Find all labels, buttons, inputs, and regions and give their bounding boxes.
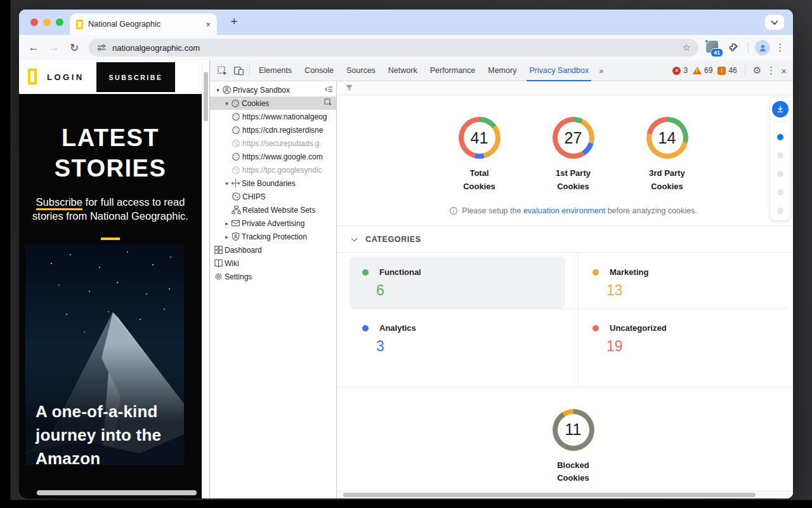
page-horizontal-scrollbar[interactable] [37, 490, 197, 495]
profile-avatar[interactable] [755, 40, 770, 55]
page-vertical-scrollbar-thumb[interactable] [204, 72, 208, 121]
tree-item-wiki[interactable]: Wiki [210, 257, 336, 270]
donut-total-cookies: 41TotalCookies [450, 117, 509, 194]
rail-page-dot-0[interactable] [777, 134, 783, 140]
browser-tab[interactable]: National Geographic × [70, 13, 217, 35]
cookie-icon [232, 152, 242, 162]
privacy-sandbox-icon [222, 85, 233, 95]
fullscreen-window-button[interactable] [56, 18, 63, 26]
extensions-puzzle-button[interactable] [725, 39, 742, 56]
tree-expand-arrow-right[interactable]: ▸ [223, 220, 231, 227]
bookmark-star-icon[interactable]: ☆ [683, 42, 691, 53]
category-card-functional[interactable]: Functional6 [350, 257, 565, 309]
categories-header[interactable]: CATEGORIES [352, 234, 793, 244]
devtools-tab-privacy-sandbox[interactable]: Privacy Sandbox [523, 60, 595, 81]
story-card[interactable]: A one-of-a-kind journey into the Amazon [25, 244, 184, 465]
natgeo-favicon-icon [76, 20, 83, 29]
tab-search-button[interactable] [765, 15, 784, 30]
tree-item-tracking-protection[interactable]: ▸Tracking Protection [210, 230, 336, 243]
tree-item-settings[interactable]: Settings [210, 270, 336, 283]
category-name: Uncategorized [610, 323, 667, 333]
donut-label: TotalCookies [450, 167, 509, 194]
device-toolbar-button[interactable] [230, 62, 247, 79]
collapse-panel-icon[interactable] [324, 84, 334, 95]
devtools-close-button[interactable]: × [781, 65, 787, 76]
forward-button[interactable]: → [46, 39, 62, 56]
categories-row-divider [350, 309, 788, 309]
new-tab-button[interactable]: + [226, 15, 242, 29]
rail-page-dot-2[interactable] [777, 171, 783, 177]
tree-item-related-website-sets[interactable]: Related Website Sets [210, 203, 336, 217]
download-report-button[interactable] [772, 101, 789, 117]
donut-ring: 14 [646, 117, 688, 159]
devtools-tab-elements[interactable]: Elements [252, 60, 298, 81]
devtools-tab-console[interactable]: Console [298, 60, 340, 81]
category-card-uncategorized[interactable]: Uncategorized19 [578, 312, 781, 364]
evaluation-environment-link[interactable]: evaluation environment [523, 206, 605, 215]
back-button[interactable]: ← [25, 39, 42, 56]
tree-item-label: https://cdn.registerdisne [242, 126, 323, 135]
tree-item-https-tpc-googlesyndic[interactable]: https://tpc.googlesyndic [210, 163, 336, 177]
devtools-tab-performance[interactable]: Performance [424, 60, 482, 81]
inspect-element-button[interactable] [214, 62, 230, 79]
tree-item-private-advertising[interactable]: ▸Private Advertising [210, 217, 336, 230]
site-viewport: LOGIN SUBSCRIBE LATEST STORIES Subscribe… [19, 60, 209, 498]
subscribe-button[interactable]: SUBSCRIBE [96, 62, 175, 92]
tree-expand-arrow-down[interactable]: ▾ [223, 100, 231, 107]
natgeo-logo-icon[interactable] [28, 69, 37, 84]
category-dot [593, 269, 599, 276]
categories-grid: Functional6Marketing13Analytics3Uncatego… [337, 253, 793, 387]
devtools-hscrollbar-thumb[interactable] [343, 493, 756, 497]
tab-close-icon[interactable]: × [206, 20, 211, 29]
devtools-hscrollbar-track[interactable] [337, 491, 793, 498]
site-settings-icon[interactable] [96, 43, 107, 53]
devtools-tab-sources[interactable]: Sources [340, 60, 382, 81]
tree-item-site-boundaries[interactable]: ▾Site Boundaries [210, 177, 336, 190]
issues-counter[interactable]: ! 46 [717, 66, 737, 75]
devtools-tab-memory[interactable]: Memory [481, 60, 523, 81]
page-scrollbar-track[interactable] [202, 60, 209, 498]
tree-item-https-cdn-registerdisne[interactable]: https://cdn.registerdisne [210, 123, 336, 137]
rail-page-dot-1[interactable] [777, 152, 783, 159]
tree-item-https-www-google-com[interactable]: https://www.google.com [210, 150, 336, 163]
category-dot [593, 325, 599, 331]
reload-button[interactable]: ↻ [66, 39, 82, 56]
rail-page-dot-4[interactable] [777, 208, 783, 214]
cookie-icon [232, 165, 242, 175]
window-content: LOGIN SUBSCRIBE LATEST STORIES Subscribe… [19, 60, 793, 498]
devtools-menu-button[interactable]: ⋮ [766, 65, 776, 76]
category-card-marketing[interactable]: Marketing13 [578, 257, 781, 309]
tree-expand-arrow-down[interactable]: ▾ [214, 87, 222, 93]
tree-item-chips[interactable]: CHIPS [210, 190, 336, 203]
tree-item-https-securepubads-g[interactable]: https://securepubads.g. [210, 137, 336, 150]
story-title-line1: A one-of-a-kind [36, 400, 161, 424]
minimize-window-button[interactable] [43, 18, 51, 26]
filter-funnel-icon[interactable] [344, 83, 354, 93]
donut-ring: 11 [553, 409, 594, 451]
issues-count: 46 [728, 66, 737, 75]
close-window-button[interactable] [30, 18, 38, 26]
console-warnings[interactable]: 69 [693, 66, 712, 75]
subscribe-link[interactable]: Subscribe [36, 196, 82, 210]
browser-menu-button[interactable]: ⋮ [774, 42, 787, 53]
tree-expand-arrow-right[interactable]: ▸ [223, 234, 231, 240]
devtools-settings-button[interactable]: ⚙ [753, 65, 761, 76]
console-errors[interactable]: × 3 [672, 66, 688, 75]
address-bar[interactable]: nationalgeographic.com ☆ [89, 39, 698, 57]
hero-title: LATEST STORIES [19, 123, 202, 184]
tree-item-cookies[interactable]: ▾Cookies [210, 97, 336, 110]
category-card-analytics[interactable]: Analytics3 [350, 312, 565, 364]
tree-item-privacy-sandbox[interactable]: ▾Privacy Sandbox [210, 83, 336, 97]
psat-extension-button[interactable]: 41 [705, 39, 721, 56]
login-button[interactable]: LOGIN [47, 72, 84, 82]
devtools-tab-network[interactable]: Network [382, 60, 424, 81]
tree-item-https-www-nationalgeog[interactable]: https://www.nationalgeog [210, 110, 336, 123]
rail-page-dot-3[interactable] [777, 189, 783, 196]
cookie-icon [232, 112, 242, 122]
tree-expand-arrow-down[interactable]: ▾ [223, 180, 231, 187]
inspect-icon[interactable] [324, 98, 334, 109]
person-icon [758, 43, 768, 53]
more-tabs-button[interactable]: » [595, 66, 606, 76]
tree-item-dashboard[interactable]: Dashboard [210, 243, 336, 257]
url-text[interactable]: nationalgeographic.com [112, 43, 677, 53]
